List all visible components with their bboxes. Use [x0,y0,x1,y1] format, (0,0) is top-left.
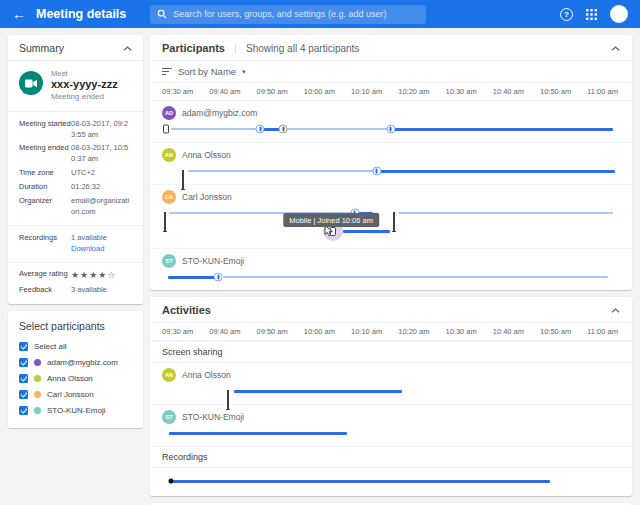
participant-checkbox-row[interactable]: STO-KUN-Emoji [8,403,143,419]
mic-event-icon[interactable] [372,167,381,176]
recordings-count: 1 available [71,233,107,244]
timeline [162,206,618,220]
collapse-summary-icon[interactable] [123,46,132,51]
time-axis: 09:30 am09:40 am09:50 am10:00 am10:10 am… [150,82,632,101]
time-label: 10:40 am [493,327,524,336]
mic-event-icon[interactable] [256,125,265,134]
summary-detail-row: Time zoneUTC+2 [8,167,143,181]
account-avatar[interactable] [610,5,628,23]
participant-name-row: ANAnna Olsson [162,147,618,163]
recordings-label: Recordings [19,233,71,255]
time-axis: 09:30 am09:40 am09:50 am10:00 am10:10 am… [150,322,632,341]
time-label: 10:10 am [351,87,382,96]
participants-panel-title: Participants [162,42,225,54]
participant-color-dot [34,407,41,414]
participant-checkbox-row[interactable]: adam@mygbiz.com [8,355,143,371]
avatar: AN [162,368,176,382]
checkbox-label: Anna Olsson [47,374,93,383]
checkbox-label: Select all [34,342,66,351]
mic-event-icon[interactable] [214,273,223,282]
meeting-status: Meeting ended [51,92,118,102]
collapse-participants-icon[interactable] [611,46,620,51]
detail-label: Time zone [19,168,71,179]
checkbox-label: adam@mygbiz.com [47,358,118,367]
checkbox-checked-icon[interactable] [19,342,28,351]
participant-checkbox-row[interactable]: Select all [8,339,143,355]
detail-label: Organizer [19,196,71,218]
detail-value: 08-03-2017, 10:50:37 am [71,143,132,165]
sort-caret-icon: ▾ [242,68,246,76]
feedback-link[interactable]: 3 available [71,285,107,296]
participant-checkbox-row[interactable]: Anna Olsson [8,371,143,387]
participant-checkbox-row[interactable]: Carl Jonsson [8,387,143,403]
mic-event-icon[interactable] [386,125,395,134]
detail-label: Duration [19,182,71,193]
sort-label: Sort by Name [178,66,236,77]
participant-name: STO-KUN-Emoji [182,412,244,422]
timeline [162,384,618,398]
avatar: AN [162,148,176,162]
mic-muted-event-icon[interactable] [279,125,288,134]
detail-label: Meeting ended [19,143,71,165]
collapse-activities-icon[interactable] [611,308,620,313]
recording-start-dot [169,479,174,484]
sidebar: Summary Meet xxx-yyyy-zzz Meeting ended … [8,35,143,435]
apps-grid-icon[interactable] [586,9,597,20]
laptop-device-icon[interactable] [182,170,184,189]
participant-name: adam@mygbiz.com [182,108,257,118]
search-icon [157,9,167,19]
sort-by-control[interactable]: Sort by Name ▾ [150,60,632,82]
participant-name-row: CACarl Jonsson [162,189,618,205]
phone-device-icon[interactable] [163,125,169,134]
time-label: 10:50 am [540,87,571,96]
summary-card-header: Summary [8,35,143,61]
participant-name-row: ADadam@mygbiz.com [162,105,618,121]
rating-block: Average rating ★★★★☆ Feedback 3 availabl… [8,263,143,304]
activities-panel-header: Activities [150,297,632,322]
participant-name: Anna Olsson [182,150,231,160]
back-arrow-icon[interactable]: ← [12,7,26,21]
help-icon[interactable]: ? [560,8,573,21]
recordings-block: Recordings 1 available Download [8,226,143,263]
time-label: 11:00 am [587,87,618,96]
search-input[interactable] [173,9,419,19]
timeline-segment-light [171,128,260,130]
activity-section-label: Recordings [150,446,632,467]
timeline [162,122,618,136]
participant-name-row: ANAnna Olsson [162,367,618,383]
meeting-identity: Meet xxx-yyyy-zzz Meeting ended [8,61,143,112]
global-search[interactable] [150,5,426,24]
time-label: 09:50 am [257,327,288,336]
laptop-device-icon[interactable] [164,212,166,231]
page-content: Summary Meet xxx-yyyy-zzz Meeting ended … [0,28,640,505]
timeline-segment-dark [173,480,550,483]
select-participants-card: Select participants Select alladam@mygbi… [8,311,143,428]
detail-label: Meeting started [19,119,71,141]
time-label: 09:40 am [209,87,240,96]
timeline-row: ANAnna Olsson [150,362,632,404]
time-label: 10:00 am [304,327,335,336]
timeline [162,426,618,440]
participants-panel: Participants Showing all 4 participants … [150,35,632,290]
time-label: 11:00 am [587,327,618,336]
checkbox-checked-icon[interactable] [19,390,28,399]
timeline-segment-light [283,128,391,130]
participant-name: STO-KUN-Emoji [182,256,244,266]
checkbox-checked-icon[interactable] [19,358,28,367]
checkbox-checked-icon[interactable] [19,406,28,415]
time-label: 09:40 am [209,327,240,336]
checkbox-checked-icon[interactable] [19,374,28,383]
avatar: ST [162,254,176,268]
time-label: 10:50 am [540,327,571,336]
time-label: 10:30 am [446,327,477,336]
time-label: 09:50 am [257,87,288,96]
avatar: CA [162,190,176,204]
timeline-segment-light [188,170,377,172]
participants-rows: ADadam@mygbiz.comANAnna OlssonCACarl Jon… [150,101,632,290]
laptop-device-icon[interactable] [227,390,229,409]
laptop-device-icon[interactable] [393,212,395,231]
time-label: 10:30 am [446,87,477,96]
detail-value: email@organization.com [71,196,132,218]
download-link[interactable]: Download [71,244,107,255]
product-label: Meet [51,69,118,78]
